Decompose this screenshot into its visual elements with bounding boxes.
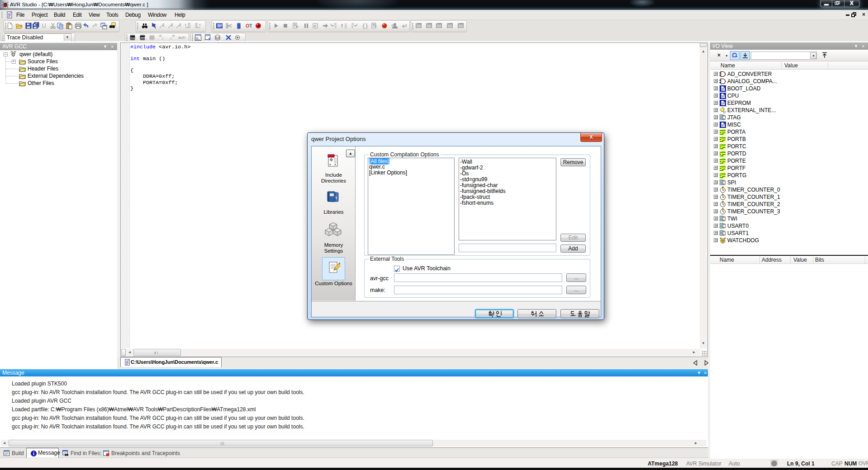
svg-text:T: T <box>732 56 733 58</box>
